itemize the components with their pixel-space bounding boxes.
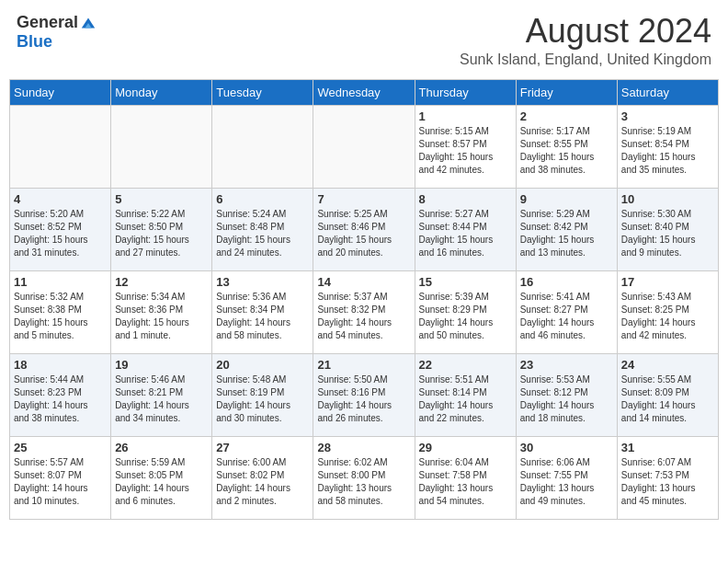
day-info: Sunrise: 5:29 AM Sunset: 8:42 PM Dayligh… <box>520 208 613 259</box>
calendar-day-cell: 29Sunrise: 6:04 AM Sunset: 7:58 PM Dayli… <box>415 436 516 519</box>
day-info: Sunrise: 5:43 AM Sunset: 8:25 PM Dayligh… <box>621 291 714 342</box>
calendar-week-row: 25Sunrise: 5:57 AM Sunset: 8:07 PM Dayli… <box>10 436 719 519</box>
day-info: Sunrise: 5:55 AM Sunset: 8:09 PM Dayligh… <box>621 373 714 425</box>
calendar-day-cell: 3Sunrise: 5:19 AM Sunset: 8:54 PM Daylig… <box>617 105 718 188</box>
calendar-table: SundayMondayTuesdayWednesdayThursdayFrid… <box>9 79 719 520</box>
day-number: 3 <box>621 109 714 123</box>
day-number: 12 <box>115 275 208 289</box>
day-info: Sunrise: 5:17 AM Sunset: 8:55 PM Dayligh… <box>520 125 613 177</box>
calendar-day-header: Thursday <box>415 79 516 105</box>
day-number: 25 <box>14 441 107 454</box>
day-number: 17 <box>621 275 714 289</box>
calendar-day-header: Tuesday <box>212 79 313 105</box>
calendar-day-cell: 31Sunrise: 6:07 AM Sunset: 7:53 PM Dayli… <box>617 436 718 519</box>
logo: General Blue <box>17 13 97 52</box>
calendar-day-cell: 26Sunrise: 5:59 AM Sunset: 8:05 PM Dayli… <box>111 436 212 519</box>
day-number: 22 <box>419 358 512 372</box>
month-year-title: August 2024 <box>460 13 711 50</box>
day-info: Sunrise: 5:53 AM Sunset: 8:12 PM Dayligh… <box>520 373 613 425</box>
calendar-day-cell: 18Sunrise: 5:44 AM Sunset: 8:23 PM Dayli… <box>10 353 111 436</box>
calendar-day-cell: 20Sunrise: 5:48 AM Sunset: 8:19 PM Dayli… <box>212 353 313 436</box>
day-number: 29 <box>419 441 512 454</box>
calendar-day-cell: 1Sunrise: 5:15 AM Sunset: 8:57 PM Daylig… <box>415 105 516 188</box>
calendar-body: 1Sunrise: 5:15 AM Sunset: 8:57 PM Daylig… <box>10 105 719 519</box>
logo-blue-text: Blue <box>17 32 52 52</box>
day-info: Sunrise: 6:06 AM Sunset: 7:55 PM Dayligh… <box>520 456 613 508</box>
day-number: 4 <box>14 192 107 206</box>
calendar-day-cell: 5Sunrise: 5:22 AM Sunset: 8:50 PM Daylig… <box>111 188 212 270</box>
logo-icon <box>80 15 97 31</box>
calendar-day-cell: 30Sunrise: 6:06 AM Sunset: 7:55 PM Dayli… <box>516 436 617 519</box>
day-number: 20 <box>216 358 309 372</box>
calendar-week-row: 1Sunrise: 5:15 AM Sunset: 8:57 PM Daylig… <box>10 105 719 188</box>
day-number: 5 <box>115 192 208 206</box>
calendar-day-cell: 15Sunrise: 5:39 AM Sunset: 8:29 PM Dayli… <box>415 270 516 353</box>
calendar-day-header: Wednesday <box>313 79 415 105</box>
day-info: Sunrise: 5:36 AM Sunset: 8:34 PM Dayligh… <box>216 291 309 342</box>
day-info: Sunrise: 5:27 AM Sunset: 8:44 PM Dayligh… <box>419 208 512 259</box>
calendar-day-header: Monday <box>111 79 212 105</box>
day-number: 13 <box>216 275 309 289</box>
calendar-header-row: SundayMondayTuesdayWednesdayThursdayFrid… <box>10 79 719 105</box>
calendar-day-cell: 22Sunrise: 5:51 AM Sunset: 8:14 PM Dayli… <box>415 353 516 436</box>
day-number: 7 <box>317 192 410 206</box>
calendar-day-cell: 6Sunrise: 5:24 AM Sunset: 8:48 PM Daylig… <box>212 188 313 270</box>
calendar-day-cell: 23Sunrise: 5:53 AM Sunset: 8:12 PM Dayli… <box>516 353 617 436</box>
calendar-day-cell <box>313 105 415 188</box>
day-info: Sunrise: 5:50 AM Sunset: 8:16 PM Dayligh… <box>317 373 410 425</box>
calendar-day-cell: 7Sunrise: 5:25 AM Sunset: 8:46 PM Daylig… <box>313 188 415 270</box>
day-info: Sunrise: 5:57 AM Sunset: 8:07 PM Dayligh… <box>14 456 107 508</box>
calendar-week-row: 11Sunrise: 5:32 AM Sunset: 8:38 PM Dayli… <box>10 270 719 353</box>
calendar-day-cell: 27Sunrise: 6:00 AM Sunset: 8:02 PM Dayli… <box>212 436 313 519</box>
day-number: 18 <box>14 358 107 372</box>
calendar-day-cell: 14Sunrise: 5:37 AM Sunset: 8:32 PM Dayli… <box>313 270 415 353</box>
day-info: Sunrise: 5:48 AM Sunset: 8:19 PM Dayligh… <box>216 373 309 425</box>
calendar-day-cell: 13Sunrise: 5:36 AM Sunset: 8:34 PM Dayli… <box>212 270 313 353</box>
calendar-day-cell: 11Sunrise: 5:32 AM Sunset: 8:38 PM Dayli… <box>10 270 111 353</box>
day-info: Sunrise: 6:07 AM Sunset: 7:53 PM Dayligh… <box>621 456 714 508</box>
day-number: 30 <box>520 441 613 454</box>
day-info: Sunrise: 5:41 AM Sunset: 8:27 PM Dayligh… <box>520 291 613 342</box>
day-number: 23 <box>520 358 613 372</box>
day-info: Sunrise: 5:24 AM Sunset: 8:48 PM Dayligh… <box>216 208 309 259</box>
day-number: 9 <box>520 192 613 206</box>
calendar-day-cell: 16Sunrise: 5:41 AM Sunset: 8:27 PM Dayli… <box>516 270 617 353</box>
day-info: Sunrise: 5:39 AM Sunset: 8:29 PM Dayligh… <box>419 291 512 342</box>
day-number: 15 <box>419 275 512 289</box>
calendar-week-row: 18Sunrise: 5:44 AM Sunset: 8:23 PM Dayli… <box>10 353 719 436</box>
day-info: Sunrise: 5:25 AM Sunset: 8:46 PM Dayligh… <box>317 208 410 259</box>
day-number: 27 <box>216 441 309 454</box>
day-number: 28 <box>317 441 410 454</box>
day-info: Sunrise: 5:30 AM Sunset: 8:40 PM Dayligh… <box>621 208 714 259</box>
calendar-week-row: 4Sunrise: 5:20 AM Sunset: 8:52 PM Daylig… <box>10 188 719 270</box>
location-subtitle: Sunk Island, England, United Kingdom <box>460 52 711 68</box>
day-info: Sunrise: 6:02 AM Sunset: 8:00 PM Dayligh… <box>317 456 410 508</box>
day-info: Sunrise: 5:51 AM Sunset: 8:14 PM Dayligh… <box>419 373 512 425</box>
day-number: 8 <box>419 192 512 206</box>
calendar-day-cell: 19Sunrise: 5:46 AM Sunset: 8:21 PM Dayli… <box>111 353 212 436</box>
day-number: 31 <box>621 441 714 454</box>
day-number: 19 <box>115 358 208 372</box>
calendar-day-cell: 8Sunrise: 5:27 AM Sunset: 8:44 PM Daylig… <box>415 188 516 270</box>
day-number: 16 <box>520 275 613 289</box>
day-info: Sunrise: 5:20 AM Sunset: 8:52 PM Dayligh… <box>14 208 107 259</box>
calendar-day-header: Saturday <box>617 79 718 105</box>
day-info: Sunrise: 5:22 AM Sunset: 8:50 PM Dayligh… <box>115 208 208 259</box>
calendar-day-cell: 4Sunrise: 5:20 AM Sunset: 8:52 PM Daylig… <box>10 188 111 270</box>
calendar-day-cell: 21Sunrise: 5:50 AM Sunset: 8:16 PM Dayli… <box>313 353 415 436</box>
day-number: 14 <box>317 275 410 289</box>
day-number: 6 <box>216 192 309 206</box>
day-number: 11 <box>14 275 107 289</box>
calendar-day-header: Sunday <box>10 79 111 105</box>
day-info: Sunrise: 5:37 AM Sunset: 8:32 PM Dayligh… <box>317 291 410 342</box>
day-info: Sunrise: 6:00 AM Sunset: 8:02 PM Dayligh… <box>216 456 309 508</box>
calendar-day-header: Friday <box>516 79 617 105</box>
day-info: Sunrise: 5:19 AM Sunset: 8:54 PM Dayligh… <box>621 125 714 177</box>
day-number: 1 <box>419 109 512 123</box>
calendar-day-cell: 2Sunrise: 5:17 AM Sunset: 8:55 PM Daylig… <box>516 105 617 188</box>
day-info: Sunrise: 5:44 AM Sunset: 8:23 PM Dayligh… <box>14 373 107 425</box>
day-info: Sunrise: 6:04 AM Sunset: 7:58 PM Dayligh… <box>419 456 512 508</box>
day-number: 10 <box>621 192 714 206</box>
calendar-day-cell: 25Sunrise: 5:57 AM Sunset: 8:07 PM Dayli… <box>10 436 111 519</box>
calendar-day-cell: 12Sunrise: 5:34 AM Sunset: 8:36 PM Dayli… <box>111 270 212 353</box>
